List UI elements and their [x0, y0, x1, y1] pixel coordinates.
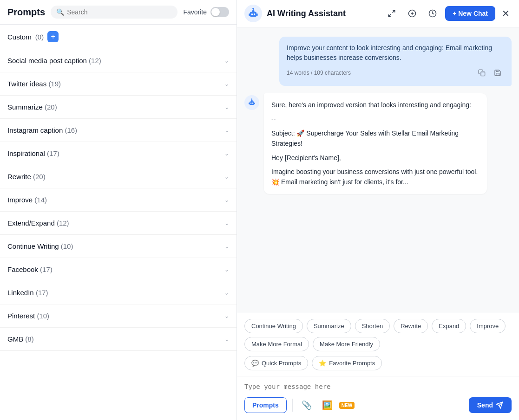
chevron-down-icon: ⌄: [224, 127, 229, 134]
user-message-meta: 14 words / 109 characters: [287, 66, 504, 79]
user-message-stats: 14 words / 109 characters: [287, 70, 351, 76]
new-chat-button[interactable]: + New Chat: [445, 6, 495, 21]
category-name: Rewrite (20): [7, 173, 46, 181]
action-button[interactable]: Improve: [470, 319, 506, 333]
action-button[interactable]: Shorten: [355, 319, 390, 333]
custom-row: Custom (0) +: [0, 25, 237, 49]
category-item[interactable]: Pinterest (10) ⌄: [0, 304, 237, 328]
svg-line-9: [388, 14, 391, 17]
chat-header: AI Writing Assistant + New Chat ✕: [237, 0, 519, 27]
action-button[interactable]: Make More Friendly: [313, 337, 380, 351]
chevron-down-icon: ⌄: [224, 197, 229, 203]
category-name: GMB (8): [7, 335, 34, 343]
category-name: Extend/Expand (12): [7, 219, 69, 227]
category-item[interactable]: Facebook (17) ⌄: [0, 258, 237, 281]
svg-rect-16: [251, 100, 253, 102]
search-input[interactable]: [67, 8, 172, 16]
svg-point-22: [251, 98, 253, 100]
chat-input[interactable]: [244, 383, 512, 390]
expand-icon[interactable]: [384, 6, 400, 21]
category-item[interactable]: Twitter ideas (19) ⌄: [0, 72, 237, 96]
close-button[interactable]: ✕: [500, 6, 512, 21]
category-name: Twitter ideas (19): [7, 80, 61, 88]
left-panel: Prompts 🔍 Favorite Custom (0) + Social m…: [0, 0, 237, 420]
bot-intro: Sure, here's an improved version that lo…: [271, 100, 480, 110]
category-item[interactable]: Rewrite (20) ⌄: [0, 165, 237, 188]
action-button[interactable]: Summarize: [307, 319, 351, 333]
category-name: Inspirational (17): [7, 149, 59, 157]
user-message-actions: [475, 66, 504, 79]
category-item[interactable]: Summarize (20) ⌄: [0, 96, 237, 119]
svg-rect-0: [250, 12, 256, 17]
prompts-button[interactable]: Prompts: [244, 397, 287, 413]
attach-button[interactable]: 📎: [298, 397, 315, 414]
category-item[interactable]: Social media post caption (12) ⌄: [0, 49, 237, 72]
add-custom-button[interactable]: +: [47, 31, 59, 42]
history-icon[interactable]: [425, 6, 440, 21]
category-item[interactable]: GMB (8) ⌄: [0, 328, 237, 351]
svg-point-7: [252, 8, 254, 10]
category-name: Improve (14): [7, 196, 47, 204]
action-button[interactable]: Rewrite: [394, 319, 428, 333]
bot-avatar-small: [244, 95, 259, 110]
prompt-tab[interactable]: 💬Quick Prompts: [244, 356, 308, 370]
svg-rect-1: [252, 10, 254, 12]
favorite-label: Favorite: [183, 8, 207, 16]
category-name: Social media post caption (12): [7, 57, 101, 65]
category-name: Continue Writing (10): [7, 242, 73, 250]
category-name: Instagram caption (16): [7, 126, 77, 134]
chevron-down-icon: ⌄: [224, 243, 229, 250]
dollar-icon[interactable]: [404, 6, 420, 21]
bot-body: Imagine boosting your business conversio…: [271, 167, 480, 187]
category-item[interactable]: Improve (14) ⌄: [0, 188, 237, 212]
bot-message-row: Sure, here's an improved version that lo…: [244, 93, 512, 194]
action-button[interactable]: Continue Writing: [244, 319, 303, 333]
chat-input-area: Prompts 📎 🖼️ NEW Send: [237, 376, 519, 420]
bot-greeting: Hey [Recipient's Name],: [271, 153, 480, 163]
prompt-tab-icon: 💬: [251, 360, 259, 367]
user-message: Improve your content to look interesting…: [279, 37, 512, 86]
category-item[interactable]: Inspirational (17) ⌄: [0, 142, 237, 165]
quick-actions: Continue WritingSummarizeShortenRewriteE…: [237, 313, 519, 376]
send-button[interactable]: Send: [469, 397, 512, 413]
prompt-tab-icon: ⭐: [319, 360, 326, 367]
svg-point-17: [250, 103, 252, 104]
svg-rect-19: [249, 103, 250, 104]
bot-separator: --: [271, 114, 480, 124]
save-button[interactable]: [491, 66, 504, 79]
svg-point-3: [254, 13, 256, 15]
header-actions: + New Chat ✕: [384, 6, 512, 21]
favorite-toggle: Favorite: [183, 7, 229, 17]
search-box[interactable]: 🔍: [51, 6, 177, 19]
custom-label: Custom (0): [7, 33, 44, 41]
action-buttons-row: Continue WritingSummarizeShortenRewriteE…: [244, 319, 512, 351]
image-button[interactable]: 🖼️: [319, 397, 335, 414]
prompt-tabs: 💬Quick Prompts⭐Favorite Prompts: [244, 356, 512, 370]
favorite-toggle-switch[interactable]: [210, 7, 229, 17]
right-panel: AI Writing Assistant + New Chat ✕ Improv…: [237, 0, 519, 420]
prompts-title: Prompts: [7, 7, 45, 18]
category-item[interactable]: Instagram caption (16) ⌄: [0, 119, 237, 142]
user-message-wrapper: Improve your content to look interesting…: [244, 37, 512, 86]
category-list: Social media post caption (12) ⌄ Twitter…: [0, 49, 237, 420]
category-name: Summarize (20): [7, 103, 57, 111]
divider: [292, 399, 293, 412]
prompt-tab-label: Quick Prompts: [262, 360, 301, 367]
action-button[interactable]: Make More Formal: [244, 337, 309, 351]
prompt-tab[interactable]: ⭐Favorite Prompts: [312, 356, 382, 370]
new-badge: NEW: [339, 402, 355, 409]
category-item[interactable]: Continue Writing (10) ⌄: [0, 235, 237, 258]
bot-subject: Subject: 🚀 Supercharge Your Sales with S…: [271, 128, 480, 149]
prompt-tab-label: Favorite Prompts: [329, 360, 375, 367]
action-button[interactable]: Expand: [432, 319, 466, 333]
chevron-down-icon: ⌄: [224, 150, 229, 157]
category-name: Facebook (17): [7, 265, 53, 273]
chevron-down-icon: ⌄: [224, 336, 229, 342]
copy-button[interactable]: [475, 66, 488, 79]
svg-rect-20: [254, 103, 255, 104]
category-item[interactable]: Extend/Expand (12) ⌄: [0, 212, 237, 235]
svg-rect-5: [256, 13, 258, 16]
svg-point-2: [251, 13, 253, 15]
category-item[interactable]: LinkedIn (17) ⌄: [0, 281, 237, 304]
svg-rect-4: [249, 13, 250, 16]
